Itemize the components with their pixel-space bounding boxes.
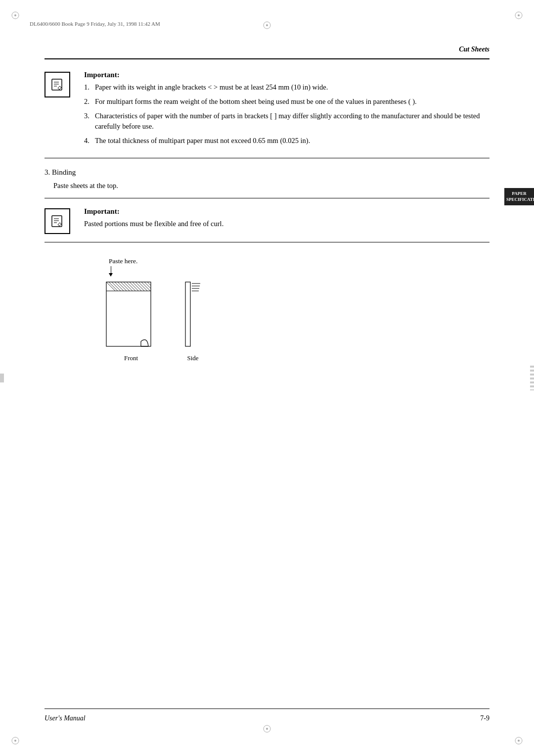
side-tab: PAPER SPECIFICATIONS — [504, 188, 534, 205]
paste-label: Paste here. — [109, 257, 137, 265]
header-meta: DL6400/6600 Book Page 9 Friday, July 31,… — [30, 21, 160, 27]
important-content-1: Important: 1. Paper with its weight in a… — [84, 71, 490, 150]
reg-mark-bc — [263, 724, 271, 735]
section-title: Cut Sheets — [459, 46, 490, 53]
important-label-1: Important: — [84, 71, 490, 79]
list-item: 4. The total thickness of multipart pape… — [84, 136, 490, 146]
reg-mark-bl — [11, 736, 20, 745]
list-item: 2. For multipart forms the ream weight o… — [84, 96, 490, 107]
diagram-row: Front Side — [104, 280, 208, 362]
binding-subtext: Paste sheets at the top. — [53, 181, 490, 191]
list-item: 1. Paper with its weight in angle bracke… — [84, 82, 490, 93]
important-text-2: Pasted portions must be flexible and fre… — [84, 219, 490, 229]
diagram-front: Front — [104, 280, 158, 362]
top-rule — [44, 58, 490, 59]
svg-line-17 — [60, 223, 61, 224]
footer-right: 7-9 — [480, 714, 490, 722]
note-icon-2 — [44, 208, 70, 234]
svg-line-12 — [60, 86, 61, 88]
diagram-section: Paste here. — [104, 257, 490, 362]
diagram-side: Side — [178, 280, 208, 362]
footer-left: User's Manual — [44, 714, 86, 722]
important-label-2: Important: — [84, 207, 490, 216]
svg-rect-38 — [185, 282, 190, 346]
svg-point-5 — [14, 740, 16, 742]
svg-rect-18 — [106, 282, 151, 346]
important-list: 1. Paper with its weight in angle bracke… — [84, 82, 490, 146]
reg-mark-br — [514, 736, 523, 745]
svg-point-7 — [518, 740, 520, 742]
svg-point-3 — [518, 14, 520, 16]
diagram-front-label: Front — [124, 354, 138, 362]
list-item: 3. Characteristics of paper with the num… — [84, 111, 490, 132]
reg-mark-tr — [514, 11, 523, 20]
note-icon-1 — [44, 72, 70, 97]
left-notch — [0, 374, 4, 382]
svg-point-1 — [14, 14, 16, 16]
svg-point-44 — [266, 728, 268, 730]
important-section-1: Important: 1. Paper with its weight in a… — [44, 71, 490, 158]
binding-heading: 3. Binding — [44, 168, 490, 177]
reg-mark-tc — [263, 21, 271, 32]
important-section-2: Important: Pasted portions must be flexi… — [44, 207, 490, 242]
paste-arrow — [109, 266, 113, 277]
binding-section: 3. Binding Paste sheets at the top. — [44, 168, 490, 198]
diagram-side-label: Side — [187, 354, 198, 362]
reg-mark-tl — [11, 11, 20, 20]
important-content-2: Important: Pasted portions must be flexi… — [84, 207, 490, 229]
footer-rule — [44, 709, 490, 709]
right-serration — [530, 366, 534, 390]
svg-point-46 — [266, 24, 268, 26]
page: DL6400/6600 Book Page 9 Friday, July 31,… — [0, 0, 534, 756]
main-content: Important: 1. Paper with its weight in a… — [44, 62, 490, 702]
